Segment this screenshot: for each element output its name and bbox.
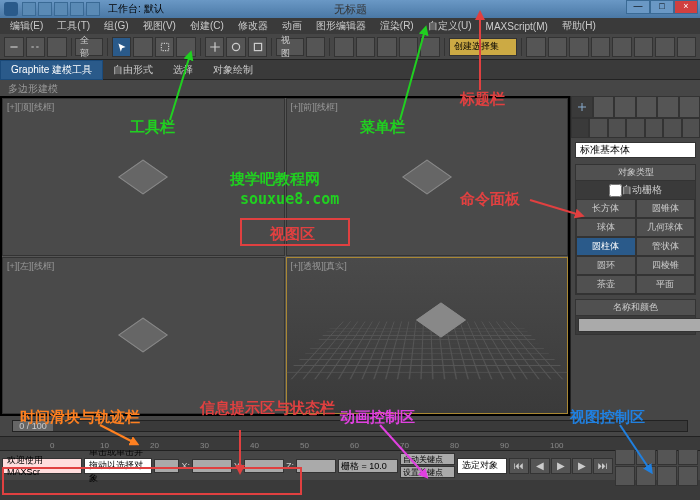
render-setup-icon[interactable] xyxy=(655,37,675,57)
rotate-icon[interactable] xyxy=(226,37,246,57)
key-filters-dropdown[interactable]: 选定对象 xyxy=(457,458,507,474)
ribbon-tab-objectpaint[interactable]: 对象绘制 xyxy=(203,61,263,79)
z-coord-input[interactable] xyxy=(296,459,336,473)
shapes-icon[interactable] xyxy=(589,118,607,138)
selection-filter[interactable]: 全部 xyxy=(75,38,103,56)
utilities-tab-icon[interactable] xyxy=(679,96,701,118)
mirror-icon[interactable] xyxy=(526,37,546,57)
rollout-header[interactable]: 对象类型 xyxy=(576,165,695,181)
auto-key-button[interactable]: 自动关键点 xyxy=(400,453,455,465)
motion-tab-icon[interactable] xyxy=(636,96,658,118)
time-slider[interactable]: 0 / 100 xyxy=(12,420,688,432)
ref-coord-system[interactable]: 视图 xyxy=(276,38,304,56)
fov-icon[interactable] xyxy=(615,466,635,486)
move-icon[interactable] xyxy=(205,37,225,57)
set-key-button[interactable]: 设置关键点 xyxy=(400,466,455,478)
maxscript-listener[interactable]: 欢迎使用 MAXScr xyxy=(2,458,82,474)
tube-button[interactable]: 管状体 xyxy=(636,237,696,256)
systems-icon[interactable] xyxy=(682,118,700,138)
select-region-icon[interactable] xyxy=(155,37,175,57)
link-icon[interactable] xyxy=(4,37,24,57)
pivot-icon[interactable] xyxy=(306,37,326,57)
snap-icon[interactable] xyxy=(356,37,376,57)
viewport-top[interactable]: [+][顶][线框] xyxy=(2,98,285,256)
display-tab-icon[interactable] xyxy=(657,96,679,118)
create-tab-icon[interactable] xyxy=(571,96,593,118)
ribbon-tab-graphite[interactable]: Graphite 建模工具 xyxy=(0,60,103,80)
align-icon[interactable] xyxy=(548,37,568,57)
prev-frame-icon[interactable]: ◀ xyxy=(530,458,550,474)
orbit-icon[interactable] xyxy=(657,466,677,486)
unlink-icon[interactable] xyxy=(26,37,46,57)
play-icon[interactable]: ▶ xyxy=(551,458,571,474)
app-logo[interactable] xyxy=(4,2,18,16)
next-frame-icon[interactable]: ▶ xyxy=(572,458,592,474)
close-button[interactable]: × xyxy=(674,0,698,14)
undo-icon[interactable] xyxy=(70,2,84,16)
spinner-snap-icon[interactable] xyxy=(420,37,440,57)
viewport-label[interactable]: [+][前][线框] xyxy=(291,101,338,114)
redo-icon[interactable] xyxy=(86,2,100,16)
teapot-button[interactable]: 茶壶 xyxy=(576,275,636,294)
select-icon[interactable] xyxy=(112,37,132,57)
menu-group[interactable]: 组(G) xyxy=(98,19,134,33)
menu-animation[interactable]: 动画 xyxy=(276,19,308,33)
bind-icon[interactable] xyxy=(47,37,67,57)
manipulate-icon[interactable] xyxy=(334,37,354,57)
save-icon[interactable] xyxy=(54,2,68,16)
viewport-perspective[interactable]: [+][透视][真实] xyxy=(286,257,569,415)
layers-icon[interactable] xyxy=(569,37,589,57)
menu-maxscript[interactable]: MAXScript(M) xyxy=(480,21,554,32)
modify-tab-icon[interactable] xyxy=(593,96,615,118)
viewport-label[interactable]: [+][左][线框] xyxy=(7,260,54,273)
maximize-button[interactable]: □ xyxy=(650,0,674,14)
render-icon[interactable] xyxy=(677,37,697,57)
viewport-label[interactable]: [+][顶][线框] xyxy=(7,101,54,114)
primitive-category-dropdown[interactable]: 标准基本体 xyxy=(575,142,696,158)
pan-icon[interactable] xyxy=(636,466,656,486)
new-icon[interactable] xyxy=(22,2,36,16)
pyramid-button[interactable]: 四棱锥 xyxy=(636,256,696,275)
percent-snap-icon[interactable] xyxy=(399,37,419,57)
y-coord-input[interactable] xyxy=(244,459,284,473)
time-slider-handle[interactable]: 0 / 100 xyxy=(13,421,53,431)
viewport-front[interactable]: [+][前][线框] xyxy=(286,98,569,256)
helpers-icon[interactable] xyxy=(645,118,663,138)
menu-help[interactable]: 帮助(H) xyxy=(556,19,602,33)
sphere-button[interactable]: 球体 xyxy=(576,218,636,237)
lights-icon[interactable] xyxy=(608,118,626,138)
track-bar[interactable]: 0 10 20 30 40 50 60 70 80 90 100 xyxy=(0,436,700,450)
box-button[interactable]: 长方体 xyxy=(576,199,636,218)
menu-render[interactable]: 渲染(R) xyxy=(374,19,420,33)
menu-modifiers[interactable]: 修改器 xyxy=(232,19,274,33)
ribbon-tab-selection[interactable]: 选择 xyxy=(163,61,203,79)
cameras-icon[interactable] xyxy=(626,118,644,138)
menu-edit[interactable]: 编辑(E) xyxy=(4,19,49,33)
geometry-icon[interactable] xyxy=(571,118,589,138)
menu-grapheditor[interactable]: 图形编辑器 xyxy=(310,19,372,33)
schematic-icon[interactable] xyxy=(612,37,632,57)
scale-icon[interactable] xyxy=(248,37,268,57)
curve-editor-icon[interactable] xyxy=(591,37,611,57)
torus-button[interactable]: 圆环 xyxy=(576,256,636,275)
goto-start-icon[interactable]: ⏮ xyxy=(509,458,529,474)
menu-customize[interactable]: 自定义(U) xyxy=(422,19,478,33)
menu-create[interactable]: 创建(C) xyxy=(184,19,230,33)
object-name-input[interactable] xyxy=(578,318,700,332)
cone-button[interactable]: 圆锥体 xyxy=(636,199,696,218)
rollout-header[interactable]: 名称和颜色 xyxy=(576,300,695,316)
x-coord-input[interactable] xyxy=(192,459,232,473)
geosphere-button[interactable]: 几何球体 xyxy=(636,218,696,237)
viewport-label[interactable]: [+][透视][真实] xyxy=(291,260,347,273)
ribbon-tab-freeform[interactable]: 自由形式 xyxy=(103,61,163,79)
named-selection-set[interactable]: 创建选择集 xyxy=(449,38,517,56)
workspace-selector[interactable]: 工作台: 默认 xyxy=(108,2,164,16)
selection-lock-icon[interactable] xyxy=(154,459,179,473)
menu-view[interactable]: 视图(V) xyxy=(137,19,182,33)
material-editor-icon[interactable] xyxy=(634,37,654,57)
menu-tools[interactable]: 工具(T) xyxy=(51,19,96,33)
spacewarps-icon[interactable] xyxy=(663,118,681,138)
auto-grid-checkbox[interactable]: 自动栅格 xyxy=(576,181,695,199)
select-name-icon[interactable] xyxy=(133,37,153,57)
goto-end-icon[interactable]: ⏭ xyxy=(593,458,613,474)
